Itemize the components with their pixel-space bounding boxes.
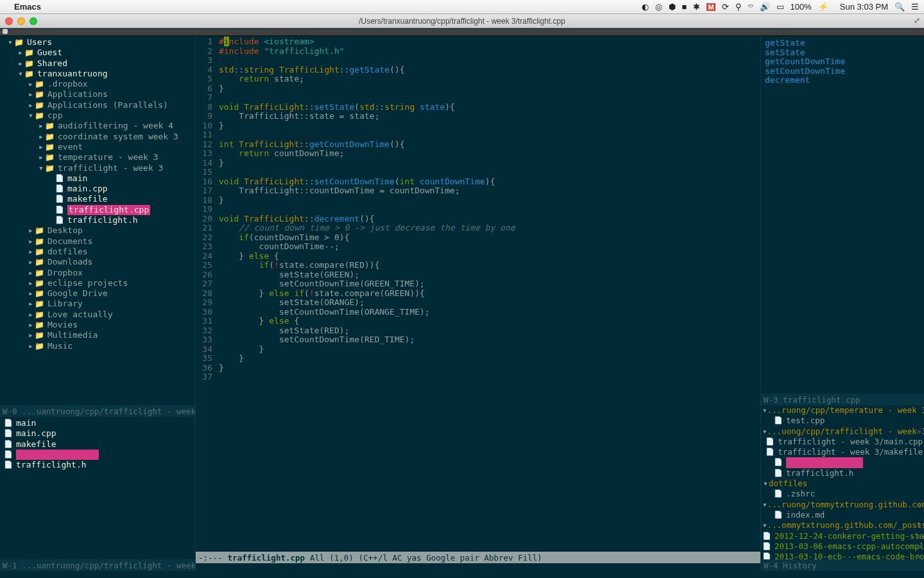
app-name[interactable]: Emacs (14, 2, 41, 12)
tree-folder[interactable]: ▸📁Documents (3, 236, 193, 247)
clock[interactable]: Sun 3:03 PM (840, 2, 888, 12)
history-group[interactable]: ▾ ...ruong/cpp/temperature - week 3 (762, 405, 923, 416)
tree-folder[interactable]: ▸📁Applications (Parallels) (3, 100, 193, 110)
tree-folder[interactable]: ▸📁Applications (3, 89, 193, 100)
toolbar-icon[interactable] (3, 29, 8, 34)
tree-file[interactable]: 📄main (3, 173, 193, 184)
disclosure-arrow-icon[interactable]: ▸ (27, 89, 35, 100)
tree-folder[interactable]: ▸📁Multimedia (3, 330, 193, 340)
disclosure-arrow-icon[interactable]: ▾ (762, 405, 767, 416)
disclosure-arrow-icon[interactable]: ▸ (37, 152, 45, 162)
disclosure-arrow-icon[interactable]: ▾ (762, 478, 769, 489)
outline-item[interactable]: getState (765, 39, 920, 48)
status-icon[interactable]: ■ (682, 2, 687, 12)
history-item[interactable]: 📄trafficlight.cpp (762, 457, 923, 468)
disclosure-arrow-icon[interactable]: ▸ (27, 268, 35, 278)
history-item[interactable]: 📄2013-03-06-emacs-ccpp-autocompl» (762, 541, 923, 552)
disclosure-arrow-icon[interactable]: ▸ (37, 132, 45, 142)
history-item[interactable]: 📄trafficlight - week 3/main.cpp (762, 437, 923, 447)
tree-folder[interactable]: ▾📁trafficlight - week 3 (3, 163, 193, 173)
close-icon[interactable] (5, 17, 13, 25)
status-icon[interactable]: ◎ (655, 2, 662, 12)
wifi-icon[interactable]: ⌔ (748, 2, 753, 12)
tree-folder[interactable]: ▸📁Library (3, 299, 193, 309)
history-group[interactable]: ▾ ...ommytxtruong.github.com/_posts» (762, 520, 923, 530)
history-group[interactable]: ▾ ...ruong/tommytxtruong.github.com» (762, 500, 923, 510)
disclosure-arrow-icon[interactable]: ▸ (17, 58, 24, 69)
tree-folder[interactable]: ▸📁Shared (3, 58, 193, 69)
list-item[interactable]: 📄trafficlight.cpp (4, 450, 191, 460)
directory-tree-pane[interactable]: ▾📁Users▸📁Guest▸📁Shared▾📁tranxuantruong▸📁… (0, 36, 195, 405)
fullscreen-icon[interactable]: ⤢ (914, 16, 920, 25)
spotlight-icon[interactable]: 🔍 (894, 2, 905, 12)
disclosure-arrow-icon[interactable]: ▸ (37, 121, 45, 131)
history-item[interactable]: 📄index.md (762, 510, 923, 520)
gmail-icon[interactable]: M (706, 3, 715, 11)
outline-item[interactable]: setState (765, 48, 920, 58)
tree-folder[interactable]: ▸📁Music (3, 341, 193, 351)
disclosure-arrow-icon[interactable]: ▸ (27, 341, 35, 351)
outline-item[interactable]: decrement (765, 76, 920, 85)
dropbox-icon[interactable]: ⬢ (669, 2, 676, 12)
tree-folder[interactable]: ▸📁Dropbox (3, 268, 193, 278)
tree-folder[interactable]: ▾📁cpp (3, 110, 193, 121)
disclosure-arrow-icon[interactable]: ▸ (27, 330, 35, 340)
sync-icon[interactable]: ⟳ (722, 2, 729, 12)
disclosure-arrow-icon[interactable]: ▸ (27, 247, 35, 257)
history-tree-pane[interactable]: ▾ ...ruong/cpp/temperature - week 3📄test… (761, 405, 924, 559)
disclosure-arrow-icon[interactable]: ▾ (6, 37, 14, 48)
tree-folder[interactable]: ▸📁Downloads (3, 257, 193, 267)
tree-folder[interactable]: ▸📁Desktop (3, 225, 193, 236)
history-item[interactable]: 📄test.cpp (762, 416, 923, 426)
status-icon[interactable]: ◐ (642, 2, 649, 12)
battery-icon[interactable]: ▭ (776, 2, 784, 12)
disclosure-arrow-icon[interactable]: ▸ (27, 236, 35, 247)
tree-folder[interactable]: ▾📁Users (3, 37, 193, 48)
outline-pane[interactable]: getStatesetStategetCountDownTimesetCount… (761, 36, 924, 394)
disclosure-arrow-icon[interactable]: ▾ (37, 163, 45, 173)
history-item[interactable]: 📄trafficlight.h (762, 468, 923, 478)
list-item[interactable]: 📄makefile (4, 439, 191, 450)
outline-item[interactable]: getCountDownTime (765, 57, 920, 67)
disclosure-arrow-icon[interactable]: ▸ (27, 278, 35, 288)
list-item[interactable]: 📄trafficlight.h (4, 460, 191, 470)
disclosure-arrow-icon[interactable]: ▸ (37, 142, 45, 152)
disclosure-arrow-icon[interactable]: ▸ (27, 100, 35, 110)
code-area[interactable]: #include <iostream>#include "trafficligh… (215, 37, 760, 552)
tree-folder[interactable]: ▸📁Google Drive (3, 288, 193, 299)
volume-icon[interactable]: 🔊 (760, 2, 770, 12)
list-item[interactable]: 📄main.cpp (4, 428, 191, 439)
history-group[interactable]: ▾ dotfiles (762, 478, 923, 489)
disclosure-arrow-icon[interactable]: ▾ (762, 426, 767, 437)
code-editor[interactable]: 1234567891011121314151617181920212223242… (196, 36, 760, 552)
disclosure-arrow-icon[interactable]: ▸ (27, 299, 35, 309)
bluetooth-icon[interactable]: ⚲ (735, 2, 742, 12)
menu-icon[interactable]: ☰ (911, 2, 919, 12)
history-item[interactable]: 📄trafficlight - week 3/makefile (762, 447, 923, 457)
tree-folder[interactable]: ▸📁.dropbox (3, 79, 193, 89)
disclosure-arrow-icon[interactable]: ▾ (762, 520, 767, 530)
minibuffer[interactable] (196, 563, 760, 571)
tree-folder[interactable]: ▸📁eclipse projects (3, 278, 193, 288)
tree-folder[interactable]: ▸📁Guest (3, 48, 193, 58)
tree-folder[interactable]: ▸📁audiofiltering - week 4 (3, 121, 193, 131)
tree-folder[interactable]: ▸📁Love actually (3, 310, 193, 320)
tree-folder[interactable]: ▸📁dotfiles (3, 247, 193, 257)
sources-list-pane[interactable]: 📄main📄main.cpp📄makefile📄trafficlight.cpp… (0, 417, 195, 559)
disclosure-arrow-icon[interactable]: ▾ (762, 500, 767, 510)
tree-file[interactable]: 📄trafficlight.h (3, 215, 193, 225)
history-item[interactable]: 📄.zshrc (762, 489, 923, 499)
disclosure-arrow-icon[interactable]: ▸ (27, 257, 35, 267)
minimize-icon[interactable] (17, 17, 25, 25)
status-icon[interactable]: ✱ (693, 2, 700, 12)
tree-file[interactable]: 📄makefile (3, 194, 193, 204)
tree-folder[interactable]: ▸📁temperature - week 3 (3, 152, 193, 162)
disclosure-arrow-icon[interactable]: ▸ (27, 310, 35, 320)
disclosure-arrow-icon[interactable]: ▸ (27, 288, 35, 299)
list-item[interactable]: 📄main (4, 418, 191, 428)
tree-file[interactable]: 📄trafficlight.cpp (3, 205, 193, 215)
disclosure-arrow-icon[interactable]: ▾ (27, 110, 35, 121)
history-item[interactable]: 📄2013-03-10-ecb---emacs-code-bro» (762, 552, 923, 559)
tree-folder[interactable]: ▸📁coordinate system week 3 (3, 132, 193, 142)
disclosure-arrow-icon[interactable]: ▾ (17, 69, 24, 79)
